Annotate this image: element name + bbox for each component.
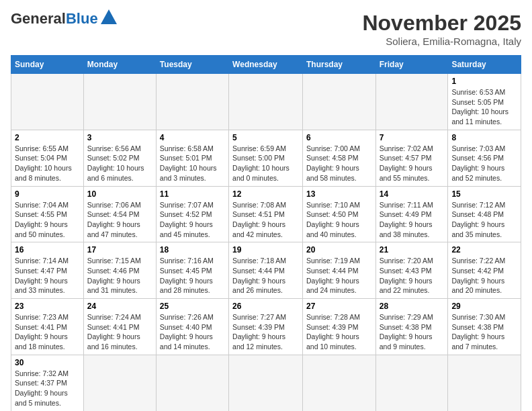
day-info: Sunrise: 7:08 AM Sunset: 4:51 PM Dayligh… [232, 200, 299, 240]
day-info: Sunrise: 6:59 AM Sunset: 5:00 PM Dayligh… [232, 144, 299, 183]
calendar-cell [156, 355, 228, 411]
calendar-cell: 12Sunrise: 7:08 AM Sunset: 4:51 PM Dayli… [229, 186, 303, 242]
calendar-cell: 20Sunrise: 7:19 AM Sunset: 4:44 PM Dayli… [302, 242, 375, 299]
day-number: 11 [160, 189, 225, 199]
calendar-cell: 27Sunrise: 7:28 AM Sunset: 4:39 PM Dayli… [302, 299, 375, 355]
week-row-0: 1Sunrise: 6:53 AM Sunset: 5:05 PM Daylig… [11, 74, 521, 130]
week-row-4: 23Sunrise: 7:23 AM Sunset: 4:41 PM Dayli… [11, 299, 521, 355]
day-number: 23 [15, 302, 80, 311]
day-header-saturday: Saturday [448, 56, 521, 74]
day-number: 16 [15, 245, 80, 255]
day-info: Sunrise: 7:19 AM Sunset: 4:44 PM Dayligh… [306, 256, 372, 295]
day-number: 13 [306, 189, 372, 199]
day-info: Sunrise: 7:23 AM Sunset: 4:41 PM Dayligh… [15, 312, 80, 352]
day-info: Sunrise: 7:22 AM Sunset: 4:42 PM Dayligh… [451, 256, 517, 295]
day-number: 5 [232, 133, 299, 142]
day-number: 26 [232, 302, 299, 311]
week-row-5: 30Sunrise: 7:32 AM Sunset: 4:37 PM Dayli… [11, 355, 521, 411]
day-header-monday: Monday [83, 56, 156, 74]
calendar-cell: 10Sunrise: 7:06 AM Sunset: 4:54 PM Dayli… [83, 186, 156, 242]
calendar-cell: 30Sunrise: 7:32 AM Sunset: 4:37 PM Dayli… [11, 355, 84, 411]
logo-icon [99, 8, 118, 27]
calendar-cell: 16Sunrise: 7:14 AM Sunset: 4:47 PM Dayli… [11, 242, 84, 299]
logo-text: GeneralBlue [11, 11, 98, 26]
calendar-cell: 25Sunrise: 7:26 AM Sunset: 4:40 PM Dayli… [156, 299, 228, 355]
calendar-cell: 24Sunrise: 7:24 AM Sunset: 4:41 PM Dayli… [83, 299, 156, 355]
day-info: Sunrise: 7:29 AM Sunset: 4:38 PM Dayligh… [380, 312, 445, 352]
day-number: 3 [87, 133, 152, 142]
day-info: Sunrise: 7:12 AM Sunset: 4:48 PM Dayligh… [451, 200, 517, 240]
day-info: Sunrise: 7:02 AM Sunset: 4:57 PM Dayligh… [380, 144, 445, 183]
calendar-cell [83, 355, 156, 411]
calendar-cell [229, 355, 303, 411]
calendar-cell: 18Sunrise: 7:16 AM Sunset: 4:45 PM Dayli… [156, 242, 228, 299]
day-number: 22 [451, 245, 517, 255]
calendar-cell [302, 74, 375, 130]
calendar-cell: 26Sunrise: 7:27 AM Sunset: 4:39 PM Dayli… [229, 299, 303, 355]
calendar-cell: 21Sunrise: 7:20 AM Sunset: 4:43 PM Dayli… [375, 242, 448, 299]
day-number: 2 [15, 133, 80, 142]
day-header-friday: Friday [375, 56, 448, 74]
week-row-2: 9Sunrise: 7:04 AM Sunset: 4:55 PM Daylig… [11, 186, 521, 242]
calendar-cell [302, 355, 375, 411]
day-info: Sunrise: 7:30 AM Sunset: 4:38 PM Dayligh… [451, 312, 517, 352]
day-info: Sunrise: 7:00 AM Sunset: 4:58 PM Dayligh… [306, 144, 372, 183]
calendar-cell: 13Sunrise: 7:10 AM Sunset: 4:50 PM Dayli… [302, 186, 375, 242]
calendar-cell: 17Sunrise: 7:15 AM Sunset: 4:46 PM Dayli… [83, 242, 156, 299]
day-header-sunday: Sunday [11, 56, 84, 74]
day-header-tuesday: Tuesday [156, 56, 228, 74]
day-number: 9 [15, 189, 80, 199]
day-info: Sunrise: 6:53 AM Sunset: 5:05 PM Dayligh… [451, 87, 517, 127]
calendar-cell [83, 74, 156, 130]
calendar-subtitle: Soliera, Emilia-Romagna, Italy [362, 36, 521, 47]
day-info: Sunrise: 7:04 AM Sunset: 4:55 PM Dayligh… [15, 200, 80, 240]
day-number: 10 [87, 189, 152, 199]
calendar-cell: 15Sunrise: 7:12 AM Sunset: 4:48 PM Dayli… [448, 186, 521, 242]
day-info: Sunrise: 7:07 AM Sunset: 4:52 PM Dayligh… [160, 200, 225, 240]
day-header-thursday: Thursday [302, 56, 375, 74]
day-number: 24 [87, 302, 152, 311]
day-info: Sunrise: 7:03 AM Sunset: 4:56 PM Dayligh… [451, 144, 517, 183]
calendar-cell: 5Sunrise: 6:59 AM Sunset: 5:00 PM Daylig… [229, 130, 303, 186]
day-number: 25 [160, 302, 225, 311]
day-number: 21 [380, 245, 445, 255]
calendar-cell: 28Sunrise: 7:29 AM Sunset: 4:38 PM Dayli… [375, 299, 448, 355]
day-info: Sunrise: 7:06 AM Sunset: 4:54 PM Dayligh… [87, 200, 152, 240]
calendar-cell: 14Sunrise: 7:11 AM Sunset: 4:49 PM Dayli… [375, 186, 448, 242]
calendar-cell [156, 74, 228, 130]
svg-marker-0 [101, 9, 117, 24]
day-info: Sunrise: 7:26 AM Sunset: 4:40 PM Dayligh… [160, 312, 225, 352]
calendar-cell: 23Sunrise: 7:23 AM Sunset: 4:41 PM Dayli… [11, 299, 84, 355]
day-number: 15 [451, 189, 517, 199]
day-number: 19 [232, 245, 299, 255]
day-info: Sunrise: 7:20 AM Sunset: 4:43 PM Dayligh… [380, 256, 445, 295]
day-info: Sunrise: 7:15 AM Sunset: 4:46 PM Dayligh… [87, 256, 152, 295]
day-number: 29 [451, 302, 517, 311]
day-number: 18 [160, 245, 225, 255]
page-header: GeneralBlue November 2025 Soliera, Emili… [11, 11, 521, 47]
week-row-1: 2Sunrise: 6:55 AM Sunset: 5:04 PM Daylig… [11, 130, 521, 186]
day-number: 27 [306, 302, 372, 311]
calendar-cell [375, 355, 448, 411]
day-number: 1 [451, 77, 517, 86]
day-info: Sunrise: 7:18 AM Sunset: 4:44 PM Dayligh… [232, 256, 299, 295]
day-info: Sunrise: 7:32 AM Sunset: 4:37 PM Dayligh… [15, 369, 80, 408]
calendar-cell: 11Sunrise: 7:07 AM Sunset: 4:52 PM Dayli… [156, 186, 228, 242]
day-info: Sunrise: 7:27 AM Sunset: 4:39 PM Dayligh… [232, 312, 299, 352]
logo: GeneralBlue [11, 11, 118, 27]
calendar-cell [375, 74, 448, 130]
day-number: 6 [306, 133, 372, 142]
calendar-table: SundayMondayTuesdayWednesdayThursdayFrid… [11, 55, 521, 411]
calendar-cell [11, 74, 84, 130]
day-number: 7 [380, 133, 445, 142]
day-info: Sunrise: 6:58 AM Sunset: 5:01 PM Dayligh… [160, 144, 225, 183]
day-info: Sunrise: 7:10 AM Sunset: 4:50 PM Dayligh… [306, 200, 372, 240]
day-number: 20 [306, 245, 372, 255]
calendar-cell: 1Sunrise: 6:53 AM Sunset: 5:05 PM Daylig… [448, 74, 521, 130]
day-info: Sunrise: 7:28 AM Sunset: 4:39 PM Dayligh… [306, 312, 372, 352]
calendar-cell: 6Sunrise: 7:00 AM Sunset: 4:58 PM Daylig… [302, 130, 375, 186]
calendar-cell: 2Sunrise: 6:55 AM Sunset: 5:04 PM Daylig… [11, 130, 84, 186]
calendar-cell: 19Sunrise: 7:18 AM Sunset: 4:44 PM Dayli… [229, 242, 303, 299]
calendar-cell: 8Sunrise: 7:03 AM Sunset: 4:56 PM Daylig… [448, 130, 521, 186]
day-number: 8 [451, 133, 517, 142]
